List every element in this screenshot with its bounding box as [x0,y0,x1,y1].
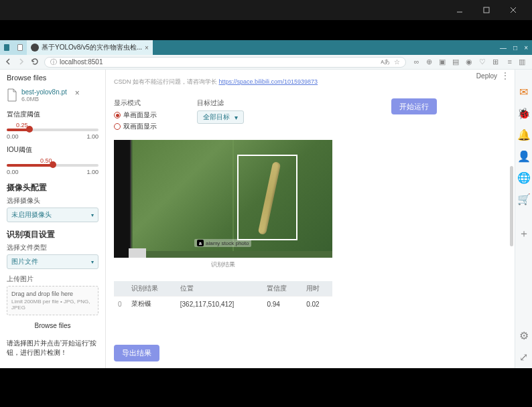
chevron-down-icon: ▾ [91,212,94,218]
camera-section-title: 摄像头配置 [7,182,98,193]
tab-close-button[interactable]: × [145,44,149,52]
browse-files-button[interactable]: Browse files [7,74,98,82]
rail-user-icon[interactable]: 👤 [519,151,529,161]
ext-icon-8[interactable]: ≡ [508,58,512,66]
th-idx [114,281,127,297]
start-run-button[interactable]: 开始运行 [391,98,437,114]
file-dropzone[interactable]: Drag and drop file here Limit 200MB per … [7,286,98,315]
confidence-min: 0.00 [7,133,19,140]
display-mode-label: 显示模式 [114,98,157,108]
ext-icon-1[interactable]: ∞ [414,58,419,66]
tab-favicon-icon [31,44,39,52]
uploaded-file-item: best-yolov8n.pt 6.0MB × [7,88,98,103]
browse-files-button-2[interactable]: Browse files [7,318,98,333]
sidebar-hint: 请选择图片并点击'开始运行'按钮，进行图片检测！ [7,339,98,357]
radio-unselected-icon [114,123,121,130]
cell-idx: 0 [114,297,127,312]
rail-plus-button[interactable]: ＋ [519,229,529,238]
bookmark-star-icon[interactable]: ☆ [394,58,400,66]
ext-icon-2[interactable]: ⊕ [426,58,432,66]
target-filter-value: 全部目标 [203,112,230,122]
file-icon [7,88,17,103]
result-image: a alamy stock photo [114,140,332,258]
header-info-link[interactable]: https://space.bilibili.com/1015939873 [219,78,318,85]
confidence-slider: 置信度阈值 0.25 0.00 1.00 [7,110,98,140]
nav-forward-button[interactable] [17,58,25,67]
iou-value: 0.50 [40,157,98,164]
os-titlebar [0,0,532,20]
rail-message-icon[interactable]: ✉ [519,87,529,96]
browser-window: 基于YOLOv8/v5的灾作物害虫检... × — □ × ⓘ localhos… [0,40,532,368]
image-caption: 识别结果 [114,260,332,269]
rail-cart-icon[interactable]: 🛒 [519,194,529,204]
alamy-logo-icon: a [197,240,204,246]
browser-maximize-button[interactable]: □ [513,44,517,52]
camera-sub-label: 选择摄像头 [7,196,98,206]
os-maximize-button[interactable] [473,1,500,19]
chevron-down-icon-2: ▾ [91,259,94,265]
rail-bug-icon[interactable]: 🐞 [519,108,529,118]
ext-icon-6[interactable]: ♡ [479,58,486,66]
browser-tab-strip: 基于YOLOv8/v5的灾作物害虫检... × — □ × [0,40,532,55]
iou-slider: IOU阈值 0.50 0.00 1.00 [7,145,98,175]
target-filter-label: 目标过滤 [197,98,244,108]
browser-minimize-button[interactable]: — [500,44,507,52]
ext-icon-4[interactable]: ▤ [452,58,459,66]
radio-single-label: 单画面显示 [123,110,157,120]
os-minimize-button[interactable] [446,1,473,19]
iou-min: 0.00 [7,169,19,175]
file-remove-button[interactable]: × [75,88,80,98]
filetype-select[interactable]: 图片文件 ▾ [7,254,98,269]
browser-tab-pinned[interactable] [0,40,13,55]
radio-dual-label: 双画面显示 [123,122,157,131]
iou-track[interactable] [7,164,98,167]
file-size: 6.0MB [21,96,67,102]
url-input[interactable]: ⓘ localhost:8501 ᴀあ ☆ [44,57,406,68]
rail-expand-icon[interactable]: ⤢ [519,352,529,361]
nav-back-button[interactable] [4,58,12,67]
radio-dual-view[interactable]: 双画面显示 [114,122,157,131]
table-row[interactable]: 0 菜粉蝶 [362,117,510,412] 0.94 0.02 [114,297,332,312]
browser-side-panel: ✉ 🐞 🔔 👤 🌐 🛒 ＋ ⚙ ⤢ [515,70,532,368]
results-table: 识别结果 位置 置信度 用时 0 菜粉蝶 [362,117,510,412] 0… [114,281,332,311]
browser-tab-pinned-2[interactable] [13,40,27,55]
toolbar-extensions: ∞ ⊕ ▣ ▤ ◉ ♡ ⊞ ≡ ▥ [411,58,528,66]
ext-icon-3[interactable]: ▣ [439,58,446,66]
translate-icon[interactable]: ᴀあ [381,58,390,66]
camera-select-value: 未启用摄像头 [11,210,52,220]
th-result: 识别结果 [127,281,176,297]
browser-tab-active[interactable]: 基于YOLOv8/v5的灾作物害虫检... × [27,40,153,55]
svg-rect-1 [484,7,489,13]
scrollbar[interactable] [510,86,514,368]
image-watermark: a alamy stock photo [194,239,251,247]
target-filter-select[interactable]: 全部目标 ▾ [197,110,244,124]
top-black-band [0,20,532,40]
camera-select[interactable]: 未启用摄像头 ▾ [7,208,98,222]
os-close-button[interactable] [500,1,527,19]
ext-icon-9[interactable]: ▥ [519,58,525,66]
cell-result: 菜粉蝶 [127,297,176,312]
rail-globe-icon[interactable]: 🌐 [519,173,529,182]
export-results-button[interactable]: 导出结果 [114,345,159,361]
confidence-track[interactable] [7,129,98,131]
browser-close-button[interactable]: × [524,44,528,52]
radio-single-view[interactable]: 单画面显示 [114,110,157,120]
rail-wrench-icon[interactable]: ⚙ [519,331,529,340]
project-section-title: 识别项目设置 [7,229,98,240]
ext-icon-7[interactable]: ⊞ [492,58,498,66]
dropzone-limit: Limit 200MB per file • JPG, PNG, JPEG [11,299,94,311]
filetype-select-value: 图片文件 [11,257,38,266]
radio-selected-icon [114,112,121,118]
th-confidence: 置信度 [263,281,302,297]
filetype-sub-label: 选择文件类型 [7,243,98,252]
watermark-text: alamy stock photo [206,240,249,246]
ext-icon-5[interactable]: ◉ [466,58,472,66]
rail-bell-icon[interactable]: 🔔 [519,130,529,139]
dropzone-text: Drag and drop file here [11,291,94,297]
file-name: best-yolov8n.pt [21,88,67,96]
nav-reload-button[interactable] [31,58,39,67]
tab-pinned-icon-2 [17,44,23,51]
bottom-black-band [0,368,532,407]
site-info-icon[interactable]: ⓘ [50,58,57,67]
browser-window-controls: — □ × [496,40,532,55]
